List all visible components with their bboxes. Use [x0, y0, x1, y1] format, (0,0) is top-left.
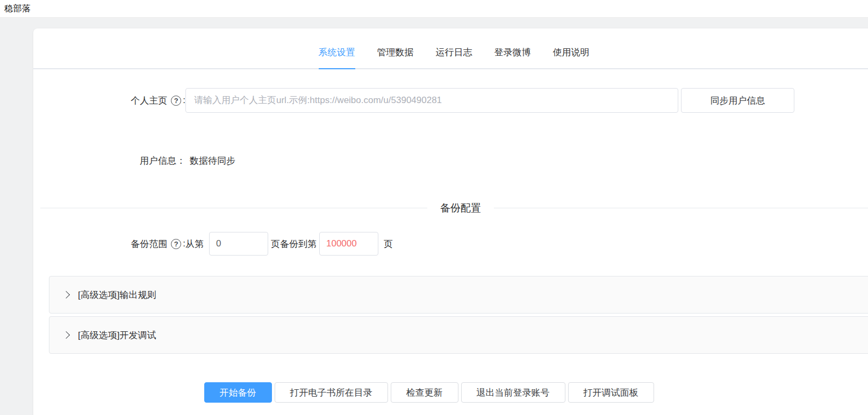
open-debug-panel-button[interactable]: 打开调试面板 [568, 382, 654, 403]
range-from-prefix: 从第 [185, 238, 204, 250]
chevron-right-icon [62, 291, 70, 298]
tab-system-settings[interactable]: 系统设置 [319, 46, 355, 69]
help-question-icon[interactable]: ? [171, 96, 181, 106]
homepage-row: 个人主页 ? : 同步用户信息 [40, 88, 868, 113]
range-suffix: 页 [384, 238, 393, 250]
tab-bar: 系统设置 管理数据 运行日志 登录微博 使用说明 [33, 28, 868, 69]
backup-config-title: 备份配置 [427, 201, 494, 215]
panel-dev-debug-label: [高级选项]开发调试 [78, 329, 156, 341]
backup-range-label-text: 备份范围 [131, 238, 167, 250]
backup-range-row: 备份范围 ? : 从第 页备份到第 页 [40, 232, 868, 256]
open-ebook-dir-button[interactable]: 打开电子书所在目录 [275, 382, 388, 403]
user-info-row: 用户信息： 数据待同步 [40, 155, 868, 167]
tab-run-logs[interactable]: 运行日志 [436, 46, 472, 68]
homepage-url-input[interactable] [185, 88, 678, 113]
panel-output-rules-label: [高级选项]输出规则 [78, 289, 156, 301]
tab-usage-help[interactable]: 使用说明 [553, 46, 590, 68]
range-middle-text: 页备份到第 [271, 238, 317, 250]
panel-dev-debug[interactable]: [高级选项]开发调试 [49, 316, 868, 354]
sync-user-info-button[interactable]: 同步用户信息 [681, 88, 794, 113]
homepage-label: 个人主页 ? : [40, 94, 185, 107]
settings-form: 个人主页 ? : 同步用户信息 用户信息： 数据待同步 备份配置 备份范围 ? … [33, 88, 868, 403]
backup-range-label: 备份范围 ? : [40, 238, 185, 250]
tab-manage-data[interactable]: 管理数据 [377, 46, 414, 68]
check-update-button[interactable]: 检查更新 [391, 382, 458, 403]
to-page-input[interactable] [319, 232, 378, 256]
app-title: 稳部落 [4, 3, 31, 14]
tab-login-weibo[interactable]: 登录微博 [494, 46, 531, 68]
homepage-label-text: 个人主页 [131, 94, 167, 107]
panel-output-rules[interactable]: [高级选项]输出规则 [49, 276, 868, 314]
help-question-icon[interactable]: ? [171, 239, 181, 249]
advanced-panels: [高级选项]输出规则 [高级选项]开发调试 [49, 276, 868, 354]
titlebar: 稳部落 [0, 0, 868, 18]
chevron-right-icon [62, 331, 70, 339]
from-page-input[interactable] [209, 232, 268, 256]
backup-config-divider: 备份配置 [40, 208, 868, 208]
logout-button[interactable]: 退出当前登录账号 [461, 382, 565, 403]
start-backup-button[interactable]: 开始备份 [204, 382, 272, 403]
main-card: 系统设置 管理数据 运行日志 登录微博 使用说明 个人主页 ? : 同步用户信息… [33, 28, 868, 415]
action-button-row: 开始备份 打开电子书所在目录 检查更新 退出当前登录账号 打开调试面板 [47, 382, 810, 403]
user-info-value: 数据待同步 [190, 155, 235, 167]
user-info-label: 用户信息： [40, 155, 185, 167]
